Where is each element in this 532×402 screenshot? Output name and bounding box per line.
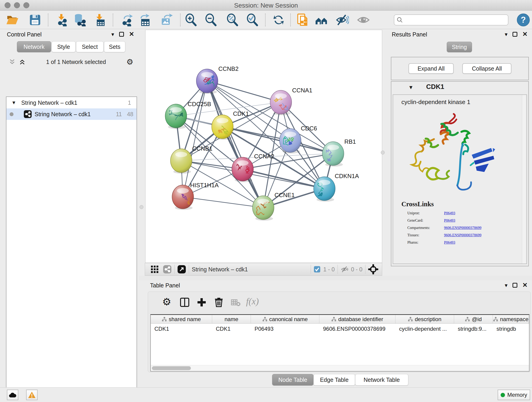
- network-edge[interactable]: [207, 81, 263, 208]
- collapse-entry-icon[interactable]: ▼: [408, 84, 413, 90]
- network-node[interactable]: [322, 142, 344, 167]
- export-table-button[interactable]: [137, 13, 152, 27]
- tab-string[interactable]: String: [447, 42, 472, 52]
- network-edge[interactable]: [207, 81, 281, 102]
- network-share-icon[interactable]: [163, 265, 172, 274]
- zoom-fit-button[interactable]: [225, 13, 240, 27]
- crosslink-link[interactable]: P06493: [444, 240, 455, 245]
- collapse-all-icon[interactable]: [9, 58, 16, 65]
- tab-network[interactable]: Network: [17, 41, 51, 52]
- table-settings-gear-icon[interactable]: ⚙: [162, 296, 171, 307]
- crosslink-link[interactable]: 9606.ENSP00000378699: [444, 233, 481, 237]
- float-panel-icon[interactable]: [513, 32, 517, 37]
- network-collection-row[interactable]: ▼ String Network – cdk1 1: [6, 97, 137, 108]
- tab-style[interactable]: Style: [51, 41, 76, 52]
- table-cell[interactable]: P06493: [251, 326, 319, 332]
- warnings-button[interactable]: [26, 390, 38, 400]
- first-neighbors-button[interactable]: [314, 13, 329, 27]
- table-cell[interactable]: stringdb: [493, 326, 529, 332]
- table-cell[interactable]: cyclin-dependent ...: [395, 326, 454, 332]
- table-cell[interactable]: CDK1: [212, 326, 251, 332]
- column-header[interactable]: description: [395, 315, 454, 323]
- column-header[interactable]: database identifier: [319, 315, 395, 323]
- table-row[interactable]: CDK1CDK1P064939606.ENSP00000378699cyclin…: [151, 324, 529, 334]
- left-splitter-grip[interactable]: [139, 205, 143, 209]
- network-node[interactable]: [165, 104, 187, 129]
- goto-network-icon[interactable]: [177, 265, 186, 274]
- float-panel-icon[interactable]: [513, 283, 517, 288]
- cloud-status-button[interactable]: [7, 390, 18, 400]
- horizontal-divider[interactable]: [139, 276, 532, 280]
- tab-network-table[interactable]: Network Table: [355, 374, 408, 385]
- column-header[interactable]: namespace: [493, 315, 529, 323]
- close-panel-icon[interactable]: ✕: [522, 31, 528, 37]
- network-node[interactable]: [196, 69, 218, 94]
- right-splitter-grip[interactable]: [381, 151, 385, 154]
- selected-checkbox-icon[interactable]: [314, 266, 321, 273]
- network-options-gear-icon[interactable]: ⚙: [127, 57, 133, 66]
- network-row[interactable]: String Network – cdk1 11 48: [6, 108, 137, 120]
- zoom-in-button[interactable]: [183, 13, 199, 27]
- open-session-button[interactable]: [5, 13, 20, 27]
- refresh-view-button[interactable]: [271, 13, 286, 27]
- tab-node-table[interactable]: Node Table: [272, 374, 313, 385]
- crosslink-link[interactable]: 9606.ENSP00000378699: [444, 226, 481, 230]
- hide-selected-button[interactable]: [335, 13, 350, 27]
- crosslink-link[interactable]: P06493: [444, 211, 455, 215]
- help-button[interactable]: ?: [517, 13, 530, 26]
- network-node[interactable]: [172, 185, 194, 210]
- import-table-button[interactable]: [92, 13, 108, 27]
- tab-select[interactable]: Select: [76, 41, 104, 52]
- column-header[interactable]: name: [212, 315, 251, 323]
- network-graph[interactable]: CCNB2CCNA1CDC25BCDK1CDC6RB1CCNB1CCNA2CDK…: [146, 30, 382, 263]
- close-panel-icon[interactable]: ✕: [522, 282, 528, 288]
- results-vertical-scrollbar[interactable]: [522, 95, 526, 264]
- table-cell[interactable]: stringdb:9...: [454, 326, 493, 332]
- hidden-eye-slash-icon[interactable]: [341, 265, 349, 274]
- node-table[interactable]: shared namenamecanonical namedatabase id…: [150, 314, 530, 371]
- show-columns-icon[interactable]: [180, 297, 190, 307]
- panel-menu-icon[interactable]: ▾: [505, 32, 507, 37]
- network-edge[interactable]: [183, 197, 263, 208]
- search-input[interactable]: [403, 17, 506, 23]
- memory-button[interactable]: Memory: [498, 390, 530, 400]
- export-network-button[interactable]: [120, 13, 135, 27]
- network-edge[interactable]: [183, 81, 207, 197]
- network-node[interactable]: [253, 196, 274, 221]
- fit-selected-target-icon[interactable]: [368, 264, 378, 274]
- float-panel-icon[interactable]: [119, 32, 124, 37]
- tab-edge-table[interactable]: Edge Table: [313, 374, 355, 385]
- network-node[interactable]: [212, 115, 233, 140]
- network-node[interactable]: [314, 177, 335, 202]
- close-panel-icon[interactable]: ✕: [129, 31, 134, 37]
- export-image-button[interactable]: [159, 13, 174, 27]
- table-horizontal-scrollbar[interactable]: [151, 365, 529, 371]
- import-network-file-button[interactable]: [54, 13, 70, 27]
- scrollbar-thumb[interactable]: [152, 366, 191, 370]
- column-header[interactable]: shared name: [151, 315, 212, 323]
- import-network-database-button[interactable]: [72, 13, 87, 27]
- crosslink-link[interactable]: P06493: [444, 218, 455, 223]
- column-header[interactable]: @id: [454, 315, 493, 323]
- tab-sets[interactable]: Sets: [104, 41, 125, 52]
- create-column-plus-icon[interactable]: [196, 297, 207, 307]
- network-node[interactable]: [270, 90, 292, 115]
- collapse-all-button[interactable]: Collapse All: [462, 63, 511, 74]
- column-header[interactable]: canonical name: [251, 315, 319, 323]
- expand-all-button[interactable]: Expand All: [409, 63, 454, 74]
- zoom-selected-button[interactable]: [244, 13, 260, 27]
- expand-all-icon[interactable]: [19, 58, 26, 65]
- zoom-out-button[interactable]: [203, 13, 219, 27]
- duplicate-network-button[interactable]: [295, 13, 311, 27]
- network-canvas[interactable]: CCNB2CCNA1CDC25BCDK1CDC6RB1CCNB1CCNA2CDK…: [145, 30, 382, 263]
- show-all-button[interactable]: [355, 13, 371, 27]
- table-cell[interactable]: 9606.ENSP00000378699: [319, 326, 395, 332]
- delete-column-trash-icon[interactable]: [214, 297, 224, 307]
- table-cell[interactable]: CDK1: [151, 326, 212, 332]
- panel-menu-icon[interactable]: ▾: [505, 283, 507, 288]
- delete-table-icon[interactable]: [231, 299, 241, 307]
- search-box[interactable]: [394, 14, 508, 26]
- birdseye-grid-icon[interactable]: [151, 265, 159, 274]
- function-builder-icon[interactable]: f(x): [246, 296, 259, 307]
- network-node[interactable]: [279, 128, 301, 153]
